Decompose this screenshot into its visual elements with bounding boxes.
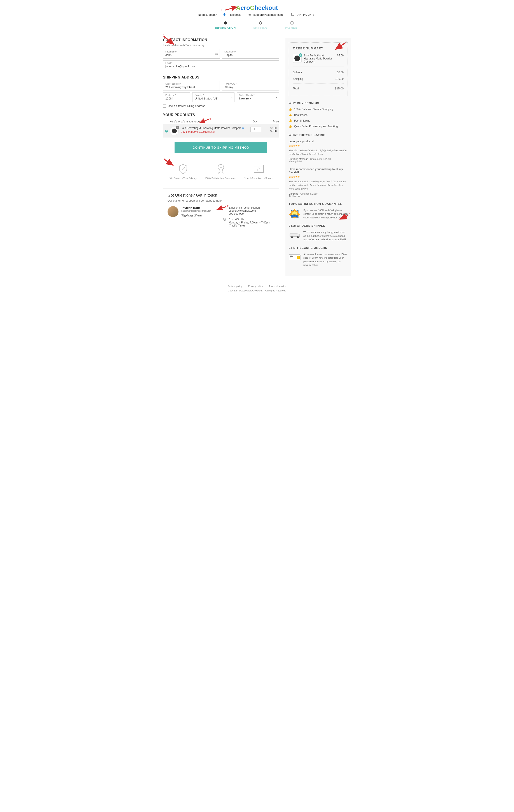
product-image: 1: [170, 126, 179, 135]
svg-line-2: [164, 36, 173, 44]
user-icon: 👤: [223, 13, 226, 17]
street-field[interactable]: Street address *: [163, 81, 220, 91]
browser-lock-icon: [252, 163, 265, 174]
mandatory-hint: Fields marked with * are mandatory: [163, 44, 279, 47]
shipping-value: $10.00: [336, 78, 344, 81]
why-buy-title: WHY BUY FROM US: [289, 102, 348, 105]
person-role: Customer Happiness Manager: [181, 210, 211, 212]
support-phone-link[interactable]: 📞844-440-2777: [289, 13, 316, 17]
step-payment[interactable]: PAYMENT: [285, 22, 299, 29]
footer-link-terms[interactable]: Terms of service: [269, 285, 286, 288]
star-rating: ★★★★★: [289, 175, 348, 178]
svg-rect-12: [258, 169, 260, 171]
last-name-input[interactable]: [224, 53, 277, 57]
support-line: Need support? 👤Helpdesk ✉support@example…: [163, 13, 351, 17]
street-input[interactable]: [165, 85, 218, 89]
testimonial: Have recommended your makeup to all my f…: [289, 168, 348, 197]
annotation-5: 5: [163, 156, 165, 160]
svg-text:100%: 100%: [293, 213, 296, 215]
feature-item: 👍Best Prices: [289, 113, 348, 117]
svg-point-20: [291, 236, 293, 238]
svg-text:★: ★: [220, 166, 222, 169]
van-icon: [289, 230, 301, 240]
last-name-field[interactable]: Last name *: [222, 49, 279, 59]
satisfaction-badge-icon: 100%SATISFACTION: [289, 209, 301, 219]
guarantee-shipped: 2618 ORDERS SHIPPED We've made as many h…: [289, 224, 348, 241]
support-label: Need support?: [198, 13, 217, 17]
product-row: 1 Skin Perfecting & Hydrating Matte Powd…: [163, 124, 279, 138]
testimonials-title: WHAT THEY'RE SAYING: [289, 133, 348, 137]
annotation-7: 7: [348, 212, 350, 216]
contact-section: CONTACT INFORMATION Fields marked with *…: [163, 38, 279, 70]
svg-rect-18: [290, 233, 297, 237]
city-input[interactable]: [224, 85, 277, 89]
step-shipping[interactable]: SHIPPING: [253, 22, 267, 29]
step-information[interactable]: INFORMATION: [215, 22, 236, 29]
qty-header: Qty: [246, 120, 263, 123]
svg-text:SATISFACTION: SATISFACTION: [291, 215, 298, 217]
postcode-input[interactable]: [165, 96, 188, 100]
progress-bar: INFORMATION SHIPPING PAYMENT: [163, 23, 351, 29]
support-email-link[interactable]: ✉support@example.com: [247, 13, 285, 17]
contact-email[interactable]: support@example.com: [229, 209, 260, 212]
svg-rect-10: [254, 165, 263, 173]
subtotal-label: Subtotal: [293, 71, 303, 74]
contact-person: Tavleen Kaur Customer Happiness Manager …: [168, 206, 219, 230]
contact-phone[interactable]: 999-999-999: [229, 212, 260, 215]
person-name: Tavleen Kaur: [181, 206, 211, 210]
postcode-field[interactable]: Postcode *: [163, 92, 190, 102]
svg-text:🔒: 🔒: [297, 256, 299, 258]
phone-icon: 📞: [290, 13, 294, 17]
helpdesk-link[interactable]: 👤Helpdesk: [221, 13, 242, 17]
trust-badges: We Protects Your Privacy ★ 100% Satisfac…: [163, 159, 279, 184]
products-section: YOUR PRODUCTS Here's what's in your orde…: [163, 113, 279, 153]
footer: Refund policy Privacy policy Terms of se…: [163, 285, 351, 292]
first-name-field[interactable]: First name * ▭: [163, 49, 220, 59]
ssl-badge-icon: SSLSecureConnection🔒: [289, 253, 301, 262]
state-select[interactable]: New York: [239, 96, 277, 100]
svg-rect-19: [297, 234, 299, 237]
first-name-input[interactable]: [165, 53, 218, 57]
qty-input[interactable]: [251, 126, 261, 132]
product-radio[interactable]: [165, 130, 168, 133]
chat-icon: 💬: [223, 218, 227, 227]
city-field[interactable]: Town / City *: [222, 81, 279, 91]
footer-link-privacy[interactable]: Privacy policy: [248, 285, 263, 288]
price-header: Price: [263, 120, 279, 123]
guarantee-secure: 24 BIT SECURE ORDERS SSLSecureConnection…: [289, 246, 348, 267]
feature-item: 👍Fast Shipping: [289, 119, 348, 122]
thumb-icon: 👍: [289, 125, 292, 128]
state-field[interactable]: State / County *New York: [237, 92, 279, 102]
contact-method-chat: 💬 Chat With UsMonday – Friday, 7:00am – …: [223, 218, 274, 227]
external-link-icon[interactable]: ⧉: [242, 126, 244, 129]
logo: AeroCheckout: [163, 4, 351, 11]
testimonials-section: WHAT THEY'RE SAYING Love your products! …: [289, 133, 348, 197]
country-select[interactable]: United States (US): [195, 96, 232, 100]
thumb-icon: 👍: [289, 108, 292, 111]
svg-line-5: [164, 159, 173, 165]
mail-icon: ✉: [249, 13, 251, 17]
thumb-icon: 👍: [289, 119, 292, 122]
email-input[interactable]: [165, 64, 277, 68]
feature-item: 👍Quick Order Processing and Tracking: [289, 125, 348, 128]
ribbon-icon: ★: [216, 163, 226, 174]
continue-button[interactable]: CONTINUE TO SHIPPING METHOD: [175, 142, 267, 153]
products-title: YOUR PRODUCTS: [163, 113, 279, 117]
trust-secure: Your Information Is Secure: [241, 163, 277, 179]
email-field[interactable]: Email *: [163, 60, 279, 70]
product-badge: 1: [176, 126, 179, 129]
shield-icon: [178, 163, 189, 174]
product-name: Skin Perfecting & Hydrating Matte Powder…: [181, 126, 241, 129]
summary-product-price: $5.00: [337, 54, 344, 63]
contact-box-title: Got Questions? Get in touch: [168, 193, 274, 198]
country-field[interactable]: Country *United States (US): [192, 92, 234, 102]
price-old: $7.00: [263, 126, 277, 129]
avatar: [168, 206, 178, 217]
diff-billing-checkbox[interactable]: Use a different billing address: [163, 104, 279, 108]
svg-line-1: [225, 7, 237, 10]
annotation-6: 6: [227, 204, 229, 207]
footer-link-refund[interactable]: Refund policy: [228, 285, 242, 288]
annotation-4: 4: [209, 117, 211, 120]
contact-box-sub: Our customer support will be happy to he…: [168, 199, 274, 202]
why-buy-section: WHY BUY FROM US 👍100% Safe and Secure Sh…: [289, 102, 348, 128]
